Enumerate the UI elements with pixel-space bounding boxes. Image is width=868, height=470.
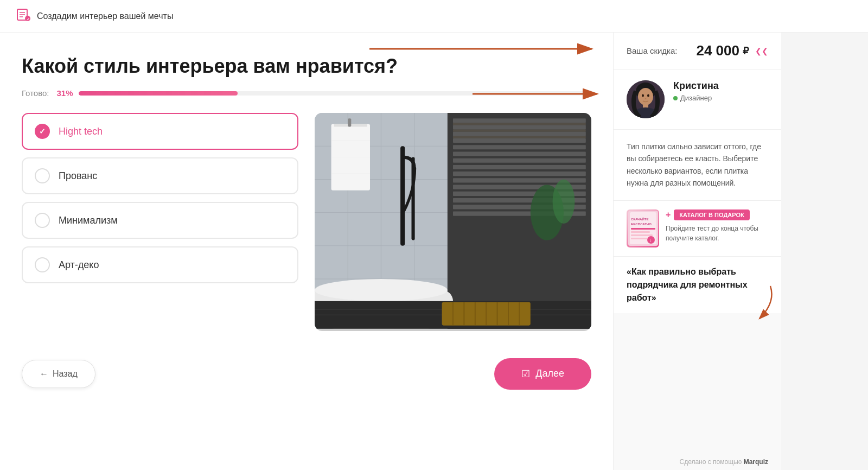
svg-point-70: [645, 98, 647, 99]
options-list: Hight tech Прованс Минимализм Арт-деко: [22, 113, 298, 283]
next-button[interactable]: ☑ Далее: [494, 358, 591, 390]
made-with: Сделано с помощью Marquiz: [614, 447, 781, 470]
catalog-promo: СКАЧАЙТЕ БЕСПЛАТНО ↓ + КАТАЛОГ В П: [614, 201, 781, 257]
description-text: Тип плитки сильно зависит оттого, где вы…: [627, 141, 768, 189]
svg-rect-78: [631, 231, 650, 233]
option-radio-art-deko: [35, 257, 50, 272]
progress-fill: [79, 91, 238, 96]
option-hight-tech[interactable]: Hight tech: [22, 113, 298, 150]
svg-rect-21: [453, 138, 586, 143]
svg-text:↓: ↓: [649, 237, 652, 243]
header-title: Создадим интерьер вашей мечты: [37, 11, 173, 21]
main-content: Какой стиль интерьера вам нравится? Гото…: [0, 33, 613, 470]
svg-point-49: [315, 279, 448, 301]
option-minimalizm[interactable]: Минимализм: [22, 202, 298, 239]
catalog-badge-row: + КАТАЛОГ В ПОДАРОК: [666, 209, 768, 220]
svg-rect-22: [453, 145, 586, 149]
catalog-content: + КАТАЛОГ В ПОДАРОК Пройдите тест до кон…: [666, 209, 768, 243]
svg-point-68: [642, 94, 644, 97]
sidebar: Ваша скидка: 24 000 ₽ ❮❮: [613, 33, 781, 470]
discount-label: Ваша скидка:: [627, 46, 678, 55]
next-label: Далее: [535, 368, 564, 379]
svg-rect-38: [400, 146, 405, 246]
back-button[interactable]: ← Назад: [22, 360, 95, 388]
promo-text: «Как правильно выбрать подрядчика для ре…: [627, 265, 768, 304]
nav-row: ← Назад ☑ Далее: [22, 358, 591, 390]
svg-rect-79: [631, 234, 653, 236]
discount-value: 24 000: [696, 42, 739, 59]
svg-rect-25: [453, 165, 586, 169]
designer-info: Кристина Дизайнер: [673, 80, 719, 102]
option-label-art-deko: Арт-деко: [59, 259, 99, 271]
option-radio-minimalizm: [35, 213, 50, 228]
catalog-badge: КАТАЛОГ В ПОДАРОК: [674, 209, 749, 220]
progress-label: Готово:: [22, 88, 49, 98]
made-with-brand: Marquiz: [744, 458, 768, 466]
svg-rect-33: [453, 123, 586, 125]
svg-rect-34: [453, 130, 586, 132]
header: ✓ Создадим интерьер вашей мечты: [0, 0, 868, 33]
svg-rect-45: [348, 118, 351, 126]
svg-point-37: [553, 180, 575, 224]
svg-text:БЕСПЛАТНО: БЕСПЛАТНО: [631, 223, 652, 226]
question-title: Какой стиль интерьера вам нравится?: [22, 54, 591, 78]
option-radio-hight-tech: [35, 124, 50, 139]
online-dot: [673, 96, 678, 100]
next-check-icon: ☑: [521, 368, 530, 380]
option-radio-provans: [35, 168, 50, 183]
svg-rect-80: [631, 238, 647, 239]
designer-role-label: Дизайнер: [680, 94, 712, 102]
description-box: Тип плитки сильно зависит оттого, где вы…: [614, 130, 781, 201]
made-with-prefix: Сделано с помощью: [680, 458, 744, 466]
quiz-image: [315, 113, 591, 331]
designer-role: Дизайнер: [673, 94, 719, 102]
catalog-description: Пройдите тест до конца чтобы получите ка…: [666, 224, 768, 243]
svg-rect-19: [453, 125, 586, 130]
catalog-plus-icon: +: [666, 210, 671, 220]
designer-name: Кристина: [673, 80, 719, 92]
svg-rect-20: [453, 132, 586, 136]
option-label-provans: Прованс: [59, 170, 97, 182]
svg-point-69: [647, 94, 649, 97]
svg-text:СКАЧАЙТЕ: СКАЧАЙТЕ: [631, 217, 648, 221]
back-arrow-icon: ←: [40, 369, 48, 379]
svg-rect-77: [631, 228, 655, 230]
discount-currency: ₽: [743, 45, 749, 57]
progress-row: Готово: 31%: [22, 88, 591, 98]
option-provans[interactable]: Прованс: [22, 157, 298, 194]
designer-box: Кристина Дизайнер: [614, 69, 781, 130]
svg-text:✓: ✓: [27, 17, 30, 21]
back-label: Назад: [53, 369, 78, 379]
logo-icon: ✓: [16, 8, 30, 25]
catalog-image: СКАЧАЙТЕ БЕСПЛАТНО ↓: [627, 209, 659, 247]
option-art-deko[interactable]: Арт-деко: [22, 246, 298, 283]
svg-rect-23: [453, 152, 586, 156]
svg-rect-18: [453, 118, 586, 123]
option-label-minimalizm: Минимализм: [59, 215, 118, 226]
discount-chevron-icon: ❮❮: [755, 47, 768, 55]
svg-rect-35: [453, 136, 586, 138]
option-label-hight-tech: Hight tech: [59, 126, 103, 137]
quiz-body: Hight tech Прованс Минимализм Арт-деко: [22, 113, 591, 331]
designer-avatar: [627, 80, 665, 118]
progress-percent: 31%: [57, 88, 73, 98]
svg-rect-24: [453, 158, 586, 163]
discount-box: Ваша скидка: 24 000 ₽ ❮❮: [614, 33, 781, 69]
progress-bar: [79, 91, 591, 96]
svg-point-67: [638, 88, 653, 105]
svg-rect-26: [453, 172, 586, 176]
promo-text-box: «Как правильно выбрать подрядчика для ре…: [614, 257, 781, 313]
